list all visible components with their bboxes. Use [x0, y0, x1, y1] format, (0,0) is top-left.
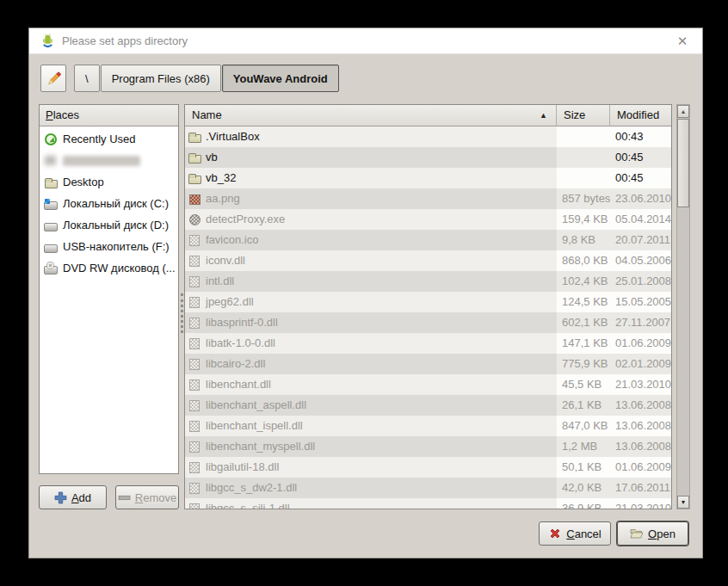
place-item[interactable]: Desktop [40, 171, 178, 193]
table-row[interactable]: iconv.dll 868,0 KB 04.05.2006 [185, 250, 671, 271]
path-segment-label: Program Files (x86) [112, 72, 210, 85]
file-modified: 13.06.2008 [610, 395, 671, 416]
file-name-cell: vb [185, 147, 557, 168]
file-modified: 25.01.2008 [610, 271, 671, 292]
table-row[interactable]: .VirtualBox 00:43 [185, 126, 671, 147]
file-name-cell: libasprintf-0.dll [185, 312, 557, 333]
column-header-size[interactable]: Size [557, 105, 610, 126]
file-size [557, 126, 610, 147]
file-modified: 17.06.2011 [610, 478, 671, 498]
remove-button[interactable]: Remove [115, 485, 179, 509]
pane-resize-grip[interactable] [181, 293, 183, 333]
path-segment-button[interactable]: Program Files (x86) [101, 65, 221, 92]
table-row[interactable]: vb 00:45 [185, 147, 671, 168]
file-modified: 23.06.2010 [610, 188, 671, 209]
file-modified: 04.05.2006 [610, 250, 671, 271]
file-name-cell: libgailutil-18.dll [185, 457, 557, 478]
file-name: libenchant.dll [206, 374, 271, 395]
places-panel: Places Recently Used Desktop [39, 104, 179, 474]
place-label [63, 156, 140, 166]
places-list: Recently Used Desktop Локальный диск (C:… [40, 126, 178, 473]
file-type-icon [188, 316, 201, 330]
close-icon[interactable]: ✕ [673, 32, 692, 51]
android-app-icon [40, 34, 55, 48]
file-list-header: Name ▲ Size Modified [185, 105, 671, 126]
file-name-cell: detectProxy.exe [185, 209, 557, 230]
path-segment-button[interactable]: \ [74, 65, 100, 92]
place-icon [44, 262, 58, 275]
file-size: 124,5 KB [557, 292, 610, 312]
table-row[interactable]: vb_32 00:45 [185, 168, 671, 188]
table-row[interactable]: aa.png 857 bytes 23.06.2010 [185, 188, 671, 209]
file-name: libenchant_myspell.dll [206, 436, 315, 457]
file-type-icon [188, 151, 201, 164]
table-row[interactable]: libenchant_ispell.dll 847,0 KB 13.06.200… [185, 416, 671, 436]
file-name-cell: .VirtualBox [185, 126, 557, 147]
places-header-label: Places [46, 108, 79, 121]
file-name: libgcc_s_sjlj-1.dll [206, 498, 290, 509]
table-row[interactable]: jpeg62.dll 124,5 KB 15.05.2005 [185, 292, 671, 312]
table-row[interactable]: libasprintf-0.dll 602,1 KB 27.11.2007 [185, 312, 671, 333]
path-segment-label: YouWave Android [233, 72, 328, 85]
file-modified: 01.06.2009 [610, 457, 671, 478]
file-type-icon [188, 171, 201, 185]
file-name-cell: libenchant_aspell.dll [185, 395, 557, 416]
table-row[interactable]: libenchant_myspell.dll 1,2 MB 13.06.2008 [185, 436, 671, 457]
path-bar: \ Program Files (x86) YouWave Android [40, 65, 340, 92]
pencil-icon [46, 71, 62, 87]
file-size: 159,4 KB [557, 209, 610, 230]
places-header[interactable]: Places [40, 105, 178, 126]
file-type-icon [188, 378, 201, 392]
place-icon [44, 197, 58, 211]
file-name: jpeg62.dll [206, 292, 254, 312]
scroll-up-icon[interactable]: ▲ [677, 105, 689, 118]
file-name-cell: vb_32 [185, 168, 557, 188]
table-row[interactable]: libenchant.dll 45,5 KB 21.03.2010 [185, 374, 671, 395]
cancel-button[interactable]: Cancel [539, 521, 611, 546]
file-size: 45,5 KB [557, 374, 610, 395]
table-row[interactable]: libatk-1.0-0.dll 147,1 KB 01.06.2009 [185, 333, 671, 354]
file-type-icon [188, 192, 201, 206]
file-modified: 15.05.2005 [610, 292, 671, 312]
place-item[interactable] [40, 150, 178, 171]
file-type-icon [188, 254, 201, 268]
table-row[interactable]: intl.dll 102,4 KB 25.01.2008 [185, 271, 671, 292]
add-button[interactable]: Add [39, 485, 107, 509]
file-name-cell: libcairo-2.dll [185, 354, 557, 374]
place-item[interactable]: USB-накопитель (F:) [40, 236, 178, 257]
table-row[interactable]: favicon.ico 9,8 KB 20.07.2011 [185, 230, 671, 250]
table-row[interactable]: libgailutil-18.dll 50,1 KB 01.06.2009 [185, 457, 671, 478]
vertical-scrollbar[interactable]: ▲ ▼ [676, 104, 690, 509]
table-row[interactable]: libgcc_s_dw2-1.dll 42,0 KB 17.06.2011 [185, 478, 671, 498]
file-size: 102,4 KB [557, 271, 610, 292]
place-item[interactable]: Локальный диск (D:) [40, 214, 178, 236]
column-header-modified[interactable]: Modified [610, 105, 671, 126]
place-label: Recently Used [63, 133, 136, 145]
place-item[interactable]: Локальный диск (C:) [40, 193, 178, 214]
file-name: libatk-1.0-0.dll [206, 333, 275, 354]
scrollbar-thumb[interactable] [677, 119, 689, 207]
file-name-cell: libenchant_ispell.dll [185, 416, 557, 436]
column-header-name[interactable]: Name ▲ [185, 105, 557, 126]
file-size: 1,2 MB [557, 436, 610, 457]
file-name: vb_32 [206, 168, 236, 188]
type-path-button[interactable] [40, 65, 66, 92]
table-row[interactable]: libcairo-2.dll 775,9 KB 02.01.2009 [185, 354, 671, 374]
file-modified: 13.06.2008 [610, 436, 671, 457]
place-item[interactable]: DVD RW дисковод (... [40, 257, 178, 279]
file-name-cell: libatk-1.0-0.dll [185, 333, 557, 354]
file-name-cell: libgcc_s_sjlj-1.dll [185, 498, 557, 509]
open-button[interactable]: Open [617, 521, 688, 546]
table-row[interactable]: libenchant_aspell.dll 26,1 KB 13.06.2008 [185, 395, 671, 416]
file-name: .VirtualBox [206, 126, 260, 147]
scroll-down-icon[interactable]: ▼ [677, 496, 689, 509]
table-row[interactable]: libgcc_s_sjlj-1.dll 36,9 KB 21.03.2010 [185, 498, 671, 509]
file-type-icon [188, 336, 201, 350]
file-size: 602,1 KB [557, 312, 610, 333]
table-row[interactable]: detectProxy.exe 159,4 KB 05.04.2014 [185, 209, 671, 230]
file-size [557, 147, 610, 168]
place-item[interactable]: Recently Used [40, 128, 178, 150]
file-type-icon [188, 502, 201, 509]
path-segment-button[interactable]: YouWave Android [222, 65, 339, 92]
place-label: Desktop [63, 176, 104, 188]
